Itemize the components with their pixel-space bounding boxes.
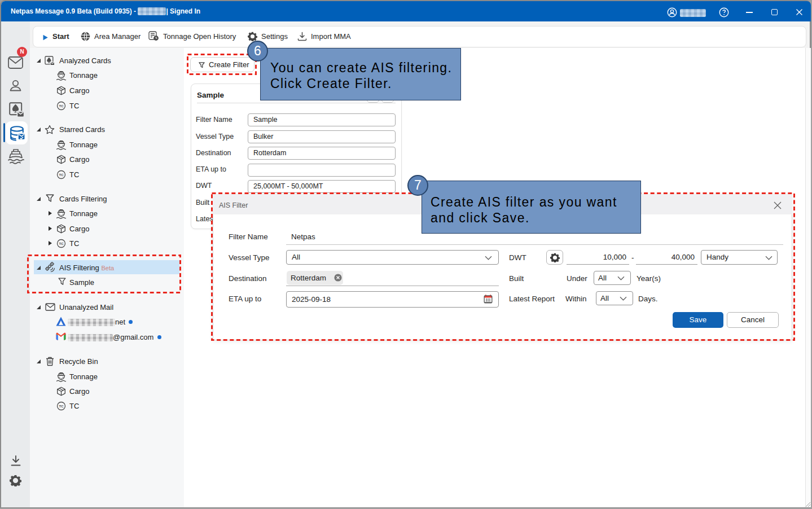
svg-text:TC: TC [59,104,64,108]
svg-text:TC: TC [59,242,64,245]
svg-text:TC: TC [59,173,64,177]
svg-text:TC: TC [59,404,64,408]
